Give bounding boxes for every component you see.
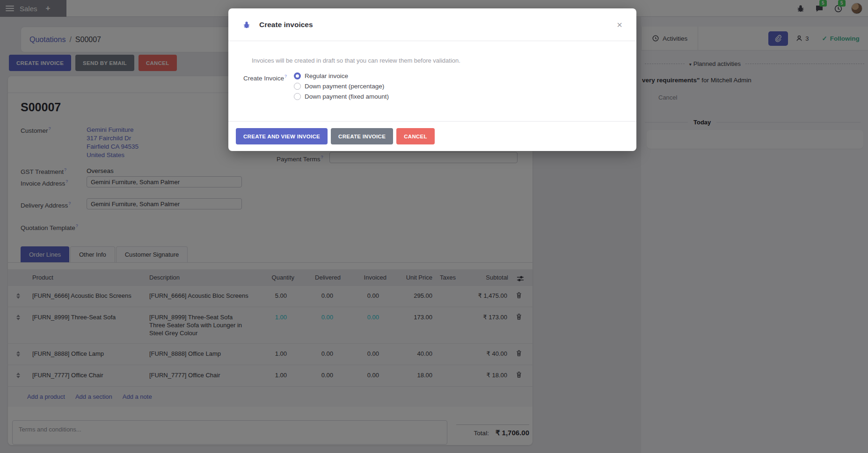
help-marker: ?	[284, 74, 287, 79]
bug-icon	[242, 21, 251, 29]
odoo-sales-screen: Sales + 5 5	[0, 0, 868, 453]
radio-icon[interactable]	[294, 83, 301, 90]
dialog-create-invoice-button[interactable]: CREATE INVOICE	[331, 128, 393, 144]
dialog-info-text: Invoices will be created in draft so tha…	[252, 57, 460, 64]
dialog-header: Create invoices ×	[228, 8, 636, 41]
close-icon[interactable]: ×	[617, 20, 622, 29]
option-regular-invoice[interactable]: Regular invoice	[294, 72, 389, 79]
option-down-payment-percentage[interactable]: Down payment (percentage)	[294, 83, 389, 90]
dialog-cancel-button[interactable]: CANCEL	[396, 128, 435, 144]
create-and-view-invoice-button[interactable]: CREATE AND VIEW INVOICE	[236, 128, 328, 144]
dialog-title: Create invoices	[259, 21, 313, 29]
option-down-payment-fixed[interactable]: Down payment (fixed amount)	[294, 93, 389, 100]
create-invoice-field-label: Create Invoice?	[243, 74, 287, 82]
radio-selected-icon[interactable]	[294, 72, 301, 79]
radio-icon[interactable]	[294, 93, 301, 100]
dialog-footer: CREATE AND VIEW INVOICE CREATE INVOICE C…	[228, 121, 636, 151]
create-invoices-dialog: Create invoices × Invoices will be creat…	[228, 8, 636, 151]
create-invoice-options: Regular invoice Down payment (percentage…	[294, 72, 389, 100]
